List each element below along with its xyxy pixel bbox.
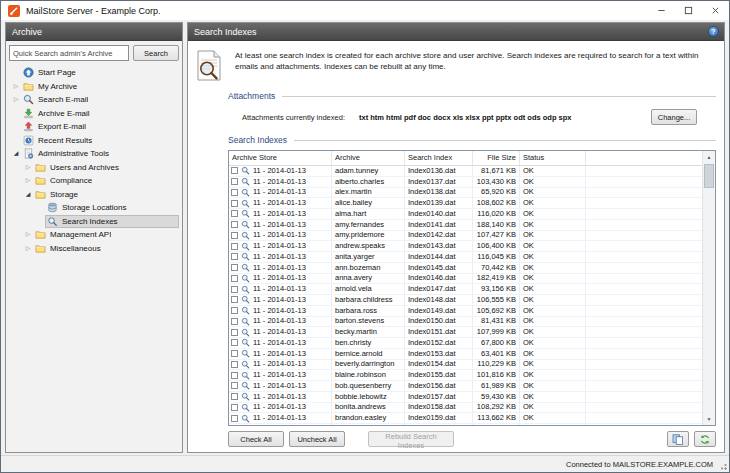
row-checkbox[interactable] <box>231 286 238 293</box>
row-checkbox[interactable] <box>231 415 238 422</box>
row-checkbox[interactable] <box>231 318 238 325</box>
close-button[interactable] <box>702 1 729 20</box>
row-checkbox[interactable] <box>231 178 238 185</box>
scroll-up-icon[interactable]: ▲ <box>703 151 715 163</box>
table-row[interactable]: 11 - 2014-01-13ann.bozemanIndex0145.dat7… <box>229 263 702 274</box>
expander-icon[interactable]: ▷ <box>23 174 33 187</box>
table-row[interactable]: 11 - 2014-01-13bernice.arnoldIndex0153.d… <box>229 349 702 360</box>
sidebar-item-start-page[interactable]: Start Page <box>6 66 182 80</box>
table-row[interactable]: 11 - 2014-01-13alberto.charlesIndex0137.… <box>229 177 702 188</box>
uncheck-all-button[interactable]: Uncheck All <box>289 431 345 447</box>
change-button[interactable]: Change... <box>651 109 697 125</box>
copy-icon[interactable] <box>667 431 689 447</box>
quick-search-button[interactable]: Search <box>133 45 179 61</box>
sidebar-item-label: Administrative Tools <box>38 149 109 158</box>
table-row[interactable]: 11 - 2014-01-13amy.fernandesIndex0141.da… <box>229 220 702 231</box>
row-checkbox[interactable] <box>231 329 238 336</box>
column-header-status[interactable]: Status <box>520 151 586 165</box>
table-row[interactable]: 11 - 2014-01-13barbara.rossIndex0149.dat… <box>229 306 702 317</box>
table-row[interactable]: 11 - 2014-01-13arnold.velaIndex0147.dat9… <box>229 284 702 295</box>
cell-filler <box>586 338 702 348</box>
minimize-button[interactable] <box>648 1 675 20</box>
row-checkbox[interactable] <box>231 296 238 303</box>
table-row[interactable]: 11 - 2014-01-13bobbie.lebowitzIndex0157.… <box>229 392 702 403</box>
scroll-down-icon[interactable]: ▼ <box>703 413 715 425</box>
sidebar-item-storage[interactable]: ◢ Storage <box>6 188 182 202</box>
sidebar-item-label: Miscellaneous <box>50 244 101 253</box>
row-checkbox[interactable] <box>231 372 238 379</box>
sidebar-item-my-archive[interactable]: ▷ My Archive <box>6 80 182 94</box>
table-row[interactable]: 11 - 2014-01-13brenda.hollandIndex0160.d… <box>229 424 702 425</box>
table-row[interactable]: 11 - 2014-01-13barton.stevensIndex0150.d… <box>229 317 702 328</box>
sidebar-item-miscellaneous[interactable]: ▷ Miscellaneous <box>6 242 182 256</box>
cell-search-index: Index0148.dat <box>405 295 473 305</box>
expander-icon[interactable]: ▷ <box>11 80 21 93</box>
table-row[interactable]: 11 - 2014-01-13andrew.speaksIndex0143.da… <box>229 241 702 252</box>
row-checkbox[interactable] <box>231 393 238 400</box>
expander-icon[interactable]: ▷ <box>23 228 33 241</box>
table-row[interactable]: 11 - 2014-01-13alma.hartIndex0140.dat116… <box>229 209 702 220</box>
check-all-button[interactable]: Check All <box>228 431 284 447</box>
sidebar-item-management-api[interactable]: ▷ Management API <box>6 228 182 242</box>
maximize-button[interactable] <box>675 1 702 20</box>
row-checkbox[interactable] <box>231 264 238 271</box>
table-row[interactable]: 11 - 2014-01-13alice.baileyIndex0139.dat… <box>229 198 702 209</box>
cell-status: OK <box>520 166 586 176</box>
table-row[interactable]: 11 - 2014-01-13beverly.darringtonIndex01… <box>229 360 702 371</box>
expander-icon[interactable]: ▷ <box>11 93 21 106</box>
table-row[interactable]: 11 - 2014-01-13anita.yargerIndex0144.dat… <box>229 252 702 263</box>
row-checkbox[interactable] <box>231 361 238 368</box>
row-checkbox[interactable] <box>231 307 238 314</box>
row-checkbox[interactable] <box>231 221 238 228</box>
table-row[interactable]: 11 - 2014-01-13blaine.robinsonIndex0155.… <box>229 370 702 381</box>
expander-icon[interactable]: ◢ <box>23 188 33 201</box>
expander-icon[interactable]: ▷ <box>23 242 33 255</box>
row-checkbox[interactable] <box>231 382 238 389</box>
row-checkbox[interactable] <box>231 210 238 217</box>
table-row[interactable]: 11 - 2014-01-13anna.averyIndex0146.dat18… <box>229 274 702 285</box>
table-row[interactable]: 11 - 2014-01-13brandon.easleyIndex0159.d… <box>229 413 702 424</box>
refresh-icon[interactable] <box>694 431 716 447</box>
scrollbar-thumb[interactable] <box>704 164 714 188</box>
table-scrollbar[interactable]: ▲ ▼ <box>702 151 715 425</box>
row-checkbox[interactable] <box>231 232 238 239</box>
sidebar-item-users-and-archives[interactable]: ▷ Users and Archives <box>6 161 182 175</box>
row-checkbox[interactable] <box>231 275 238 282</box>
expander-icon[interactable]: ▷ <box>23 161 33 174</box>
sidebar-item-administrative-tools[interactable]: ◢ Administrative Tools <box>6 147 182 161</box>
row-checkbox[interactable] <box>231 339 238 346</box>
sidebar-item-archive-e-mail[interactable]: Archive E-mail <box>6 107 182 121</box>
sidebar-item-search-e-mail[interactable]: ▷ Search E-mail <box>6 93 182 107</box>
expander-icon[interactable]: ◢ <box>11 147 21 160</box>
table-row[interactable]: 11 - 2014-01-13alex.martinIndex0138.dat6… <box>229 188 702 199</box>
table-row[interactable]: 11 - 2014-01-13adam.tunneyIndex0136.dat8… <box>229 166 702 177</box>
attachments-section: Attachments Attachments currently indexe… <box>228 81 716 125</box>
column-header-search-index[interactable]: Search Index <box>405 151 473 165</box>
resize-grip-icon[interactable] <box>718 461 727 470</box>
table-row[interactable]: 11 - 2014-01-13barbara.childressIndex014… <box>229 295 702 306</box>
sidebar-item-storage-locations[interactable]: Storage Locations <box>6 201 182 215</box>
sidebar-item-search-indexes[interactable]: Search Indexes <box>6 215 182 229</box>
table-row[interactable]: 11 - 2014-01-13bob.quesenberryIndex0156.… <box>229 381 702 392</box>
row-checkbox[interactable] <box>231 167 238 174</box>
row-checkbox[interactable] <box>231 350 238 357</box>
row-checkbox[interactable] <box>231 404 238 411</box>
table-row[interactable]: 11 - 2014-01-13becky.martinIndex0151.dat… <box>229 327 702 338</box>
column-header-archive-store[interactable]: Archive Store <box>229 151 332 165</box>
table-row[interactable]: 11 - 2014-01-13amy.pridemoreIndex0142.da… <box>229 231 702 242</box>
help-icon[interactable]: ? <box>708 26 719 37</box>
scrollbar-track[interactable] <box>703 188 715 413</box>
column-header-archive[interactable]: Archive <box>332 151 405 165</box>
sidebar-item-compliance[interactable]: ▷ Compliance <box>6 174 182 188</box>
table-row[interactable]: 11 - 2014-01-13ben.christyIndex0152.dat6… <box>229 338 702 349</box>
quick-search-input[interactable] <box>9 45 129 61</box>
row-checkbox[interactable] <box>231 243 238 250</box>
sidebar-item-export-e-mail[interactable]: Export E-mail <box>6 120 182 134</box>
row-checkbox[interactable] <box>231 200 238 207</box>
row-checkbox[interactable] <box>231 189 238 196</box>
search-index-icon <box>241 295 250 304</box>
table-row[interactable]: 11 - 2014-01-13bonita.andrewsIndex0158.d… <box>229 403 702 414</box>
row-checkbox[interactable] <box>231 253 238 260</box>
sidebar-item-recent-results[interactable]: Recent Results <box>6 134 182 148</box>
column-header-file-size[interactable]: File Size <box>473 151 520 165</box>
